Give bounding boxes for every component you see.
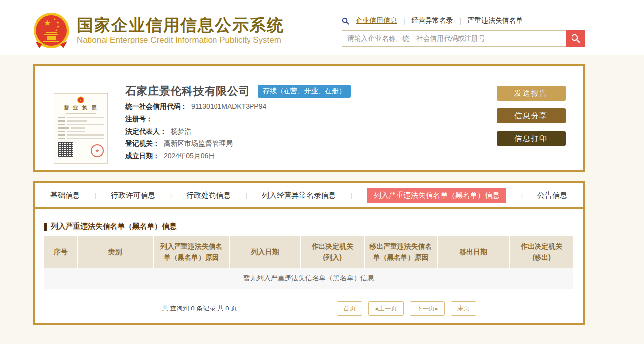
tab-2[interactable]: 行政许可信息 <box>111 191 155 200</box>
svg-text:★: ★ <box>56 21 59 24</box>
action-button-1[interactable]: 发送报告 <box>497 86 566 101</box>
nav-separator: | <box>403 17 405 25</box>
section-title: 列入严重违法失信名单（黑名单）信息 <box>51 222 177 231</box>
nav-link-2[interactable]: 经营异常名录 <box>412 16 453 25</box>
field-label: 法定代表人： <box>125 127 167 135</box>
license-subtitle-line <box>66 113 96 114</box>
company-name: 石家庄景伦科技有限公司 <box>125 84 250 99</box>
field-value: 高新区市场监督管理局 <box>164 139 233 147</box>
company-fields: 统一社会信用代码：91130101MADKT3PP94注册号：法定代表人：杨梦浩… <box>125 101 266 162</box>
license-qr-code <box>58 142 73 157</box>
field-label: 注册号： <box>125 115 153 123</box>
license-text-lines <box>58 117 104 139</box>
field-label: 成立日期： <box>125 152 160 160</box>
tab-5[interactable]: 列入严重违法失信名单（黑名单）信息 <box>367 188 506 203</box>
company-status-badge: 存续（在营、开业、在册） <box>258 85 351 98</box>
svg-text:★: ★ <box>55 28 58 32</box>
tab-separator: | <box>95 192 96 199</box>
tab-1[interactable]: 基础信息 <box>50 191 80 200</box>
site-title-en: National Enterprise Credit Information P… <box>77 35 284 45</box>
site-logo: ★ ★ ★ ★ ★ 国家企业信用信息公示系统 National Enterpri… <box>33 12 284 49</box>
tab-separator: | <box>351 192 352 199</box>
nav-link-1[interactable]: 企业信用信息 <box>356 16 397 25</box>
business-license-thumbnail[interactable]: ★ 营 业 执 照 ★ <box>54 93 108 164</box>
pagination-summary: 共 查询到 0 条记录 共 0 页 <box>162 304 237 313</box>
company-field-3: 法定代表人：杨梦浩 <box>125 125 266 138</box>
svg-text:★: ★ <box>53 17 56 21</box>
company-field-5: 成立日期：2024年05月06日 <box>125 150 266 162</box>
action-button-3[interactable]: 信息打印 <box>497 131 566 146</box>
section-title-marker <box>44 223 47 231</box>
company-summary-card: ★ 营 业 执 照 ★ 石家庄景伦科技有限公司 存续（在营、开业、在册） 统一社… <box>33 64 585 172</box>
next-page-button[interactable]: 下一页▸ <box>410 301 445 316</box>
svg-text:★: ★ <box>57 25 60 28</box>
section-title-row: 列入严重违法失信名单（黑名单）信息 <box>44 222 573 231</box>
field-value: 91130101MADKT3PP94 <box>191 103 266 110</box>
national-emblem-icon: ★ ★ ★ ★ ★ <box>33 12 70 49</box>
table-header-4: 列入日期 <box>230 236 301 268</box>
action-button-2[interactable]: 信息分享 <box>497 108 566 123</box>
blacklist-table: 序号类别列入严重违法失信名 单（黑名单）原因列入日期作出决定机关 (列入)移出严… <box>44 236 573 289</box>
field-label: 统一社会信用代码： <box>125 103 187 110</box>
svg-text:★: ★ <box>79 99 82 102</box>
header-nav: 企业信用信息|经营异常名录|严重违法失信名单 <box>342 16 585 25</box>
table-header-2: 类别 <box>78 236 154 268</box>
field-label: 登记机关： <box>125 139 160 147</box>
search-icon-small <box>342 17 349 25</box>
table-header-7: 移出日期 <box>438 236 510 268</box>
company-field-2: 注册号： <box>125 113 266 125</box>
tab-3[interactable]: 行政处罚信息 <box>186 191 231 200</box>
tab-separator: | <box>170 192 172 199</box>
table-header-1: 序号 <box>44 236 78 268</box>
license-red-stamp-icon: ★ <box>91 144 104 157</box>
detail-tabbar: 基础信息|行政许可信息|行政处罚信息|列入经营异常名录信息|列入严重违法失信名单… <box>35 183 583 209</box>
table-header-8: 作出决定机关 (移出) <box>510 236 573 268</box>
search-icon <box>571 34 580 43</box>
tab-4[interactable]: 列入经营异常名录信息 <box>262 191 336 200</box>
page-header: ★ ★ ★ ★ ★ 国家企业信用信息公示系统 National Enterpri… <box>0 0 644 55</box>
nav-separator: | <box>460 17 462 25</box>
tab-6[interactable]: 公告信息 <box>537 191 567 200</box>
last-page-button[interactable]: 末页 <box>451 301 476 316</box>
field-value: 杨梦浩 <box>171 127 191 135</box>
site-title-cn: 国家企业信用信息公示系统 <box>77 16 284 34</box>
company-field-1: 统一社会信用代码：91130101MADKT3PP94 <box>125 101 266 113</box>
detail-card: 基础信息|行政许可信息|行政处罚信息|列入经营异常名录信息|列入严重违法失信名单… <box>33 181 585 325</box>
first-page-button[interactable]: 首页 <box>337 301 362 316</box>
table-header-3: 列入严重违法失信名 单（黑名单）原因 <box>154 236 230 268</box>
search-button[interactable] <box>566 30 585 47</box>
svg-text:★: ★ <box>43 18 51 28</box>
company-field-4: 登记机关：高新区市场监督管理局 <box>125 138 266 150</box>
field-value: 2024年05月06日 <box>164 152 215 160</box>
tab-separator: | <box>246 192 247 199</box>
prev-page-button[interactable]: ◂上一页 <box>368 301 404 316</box>
table-header-row: 序号类别列入严重违法失信名 单（黑名单）原因列入日期作出决定机关 (列入)移出严… <box>44 236 573 268</box>
nav-link-3[interactable]: 严重违法失信名单 <box>467 16 523 25</box>
table-header-6: 移出严重违法失信名 单（黑名单）原因 <box>365 236 438 268</box>
license-title: 营 业 执 照 <box>64 104 98 111</box>
table-empty-message: 暂无列入严重违法失信名单（黑名单）信息 <box>44 268 573 289</box>
company-action-buttons: 发送报告信息分享信息打印 <box>497 86 566 146</box>
search-input[interactable] <box>342 30 566 47</box>
tab-separator: | <box>521 192 523 199</box>
table-header-5: 作出决定机关 (列入) <box>301 236 365 268</box>
table-empty-row: 暂无列入严重违法失信名单（黑名单）信息 <box>44 268 573 289</box>
license-emblem-icon: ★ <box>77 96 85 103</box>
pagination: 共 查询到 0 条记录 共 0 页 首页◂上一页下一页▸末页 <box>44 301 573 316</box>
